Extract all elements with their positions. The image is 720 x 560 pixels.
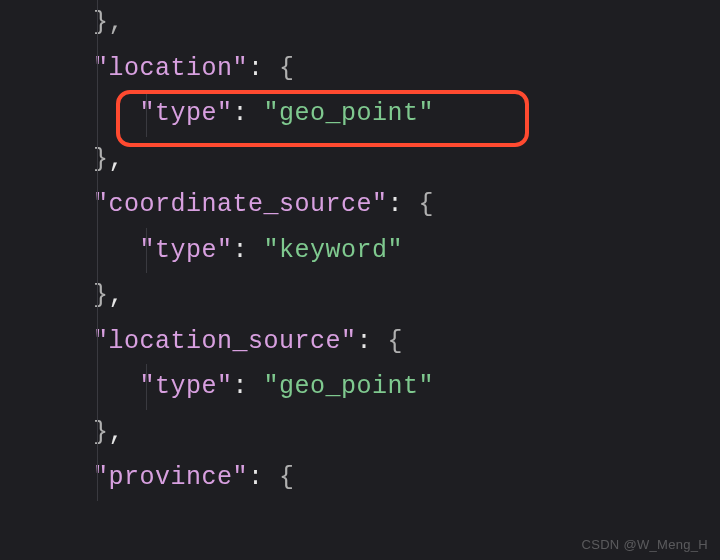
colon: : [248,463,279,492]
watermark: CSDN @W_Meng_H [582,537,708,552]
colon: : [233,236,264,265]
json-key: "province" [93,463,248,492]
code-line: }, [0,137,720,183]
comma: , [109,281,125,310]
code-editor: }, "location": { "type": "geo_point" }, … [0,0,720,501]
json-key: "type" [140,372,233,401]
json-key: "location" [93,54,248,83]
json-key: "type" [140,236,233,265]
json-key: "type" [140,99,233,128]
comma: , [109,418,125,447]
json-key: "location_source" [93,327,357,356]
close-brace: } [93,145,109,174]
open-brace: { [419,190,435,219]
code-line: }, [0,410,720,456]
open-brace: { [279,54,295,83]
code-line: "province": { [0,455,720,501]
open-brace: { [279,463,295,492]
json-string: "keyword" [264,236,404,265]
code-line: }, [0,0,720,46]
close-brace: } [93,281,109,310]
code-line-highlighted: "type": "geo_point" [0,91,720,137]
code-line: }, [0,273,720,319]
code-line: "type": "geo_point" [0,364,720,410]
json-key: "coordinate_source" [93,190,388,219]
code-line: "location_source": { [0,319,720,365]
json-string: "geo_point" [264,372,435,401]
code-line: "location": { [0,46,720,92]
open-brace: { [388,327,404,356]
colon: : [248,54,279,83]
code-line: "type": "keyword" [0,228,720,274]
code-line: "coordinate_source": { [0,182,720,228]
colon: : [233,372,264,401]
colon: : [357,327,388,356]
close-brace: } [93,418,109,447]
colon: : [388,190,419,219]
colon: : [233,99,264,128]
json-string: "geo_point" [264,99,435,128]
comma: , [109,145,125,174]
